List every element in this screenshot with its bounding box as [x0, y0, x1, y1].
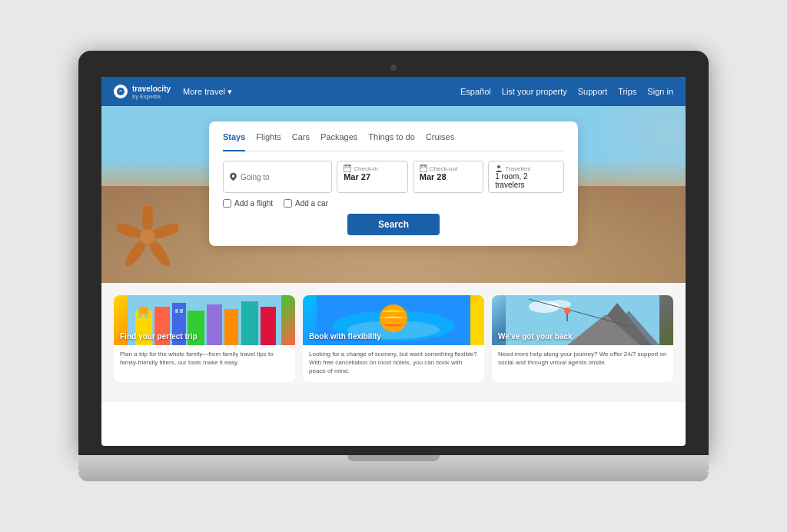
card-perfect-trip: Find your perfect trip Plan a trip for t…: [114, 295, 295, 382]
card-img-colorful: Find your perfect trip: [114, 295, 295, 345]
search-btn-container: Search: [223, 214, 564, 235]
svg-point-6: [140, 229, 155, 244]
screen: travelocity by Expedia More travel ▾ Esp…: [101, 77, 686, 446]
starfish-decoration: [117, 206, 178, 268]
feature-cards-row: Find your perfect trip Plan a trip for t…: [114, 295, 673, 382]
svg-rect-29: [175, 309, 178, 313]
add-car-checkbox[interactable]: Add a car: [284, 199, 328, 208]
nav-right-links: Español List your property Support Trips…: [460, 87, 673, 96]
logo-sub: by Expedia: [132, 94, 171, 99]
card-support: We've got your back Need more help along…: [492, 295, 673, 382]
tab-packages[interactable]: Packages: [320, 132, 357, 145]
destination-input[interactable]: [241, 173, 325, 181]
svg-rect-12: [420, 165, 427, 172]
travelers-field[interactable]: Travelers 1 room, 2 travelers: [488, 161, 564, 193]
laptop-foot: [78, 472, 709, 481]
search-checkboxes: Add a flight Add a car: [223, 199, 564, 208]
card-1-desc: Plan a trip for the whole family—from fa…: [120, 350, 289, 367]
card-flexibility: Book with flexibility Looking for a chan…: [303, 295, 484, 382]
checkout-label: Check-out: [430, 165, 457, 172]
search-card: Stays Flights Cars Packages Things to do…: [209, 121, 578, 246]
travelers-value: 1 room, 2 travelers: [495, 172, 557, 189]
travelers-label: Travelers: [505, 165, 530, 172]
svg-rect-26: [261, 307, 276, 345]
svg-rect-23: [207, 304, 222, 345]
navbar: travelocity by Expedia More travel ▾ Esp…: [101, 77, 686, 106]
nav-list-property[interactable]: List your property: [502, 87, 567, 96]
checkin-label: Check-in: [354, 165, 378, 172]
card-2-desc: Looking for a change of scenery, but wan…: [309, 350, 478, 376]
svg-rect-27: [138, 314, 142, 318]
svg-rect-28: [144, 314, 148, 318]
screen-bezel: travelocity by Expedia More travel ▾ Esp…: [78, 51, 709, 455]
nav-trips[interactable]: Trips: [618, 87, 636, 96]
calendar-icon-2: [420, 165, 427, 172]
laptop-base: [78, 455, 709, 472]
nav-signin[interactable]: Sign in: [647, 87, 673, 96]
checkout-field[interactable]: Check-out Mar 28: [413, 161, 484, 193]
tab-flights[interactable]: Flights: [256, 132, 281, 145]
card-1-title: Find your perfect trip: [120, 332, 198, 341]
chevron-down-icon: ▾: [227, 87, 232, 97]
calendar-icon: [344, 165, 351, 172]
svg-point-0: [117, 88, 125, 95]
search-tabs: Stays Flights Cars Packages Things to do…: [223, 132, 564, 151]
checkin-field[interactable]: Check-in Mar 27: [337, 161, 408, 193]
card-1-body: Plan a trip for the whole family—from fa…: [114, 345, 295, 373]
svg-rect-30: [180, 309, 183, 313]
search-fields: Check-in Mar 27: [223, 161, 564, 193]
card-3-desc: Need more help along your journey? We of…: [498, 350, 667, 367]
add-car-label: Add a car: [295, 199, 328, 208]
card-img-pool: Book with flexibility: [303, 295, 484, 345]
add-flight-label: Add a flight: [234, 199, 273, 208]
svg-rect-25: [241, 301, 258, 345]
tab-things-to-do[interactable]: Things to do: [368, 132, 415, 145]
card-3-title: We've got your back: [498, 332, 573, 341]
card-2-body: Looking for a change of scenery, but wan…: [303, 345, 484, 382]
laptop-container: travelocity by Expedia More travel ▾ Esp…: [78, 51, 709, 481]
add-flight-input[interactable]: [223, 199, 231, 208]
checkin-value: Mar 27: [344, 172, 401, 181]
search-button[interactable]: Search: [347, 214, 440, 235]
tab-cruises[interactable]: Cruises: [426, 132, 454, 145]
destination-field[interactable]: [223, 161, 332, 193]
card-3-body: Need more help along your journey? We of…: [492, 345, 673, 373]
tab-cars[interactable]: Cars: [292, 132, 310, 145]
checkout-value: Mar 28: [420, 172, 477, 181]
add-flight-checkbox[interactable]: Add a flight: [223, 199, 273, 208]
svg-rect-24: [224, 309, 238, 345]
camera: [390, 65, 397, 71]
card-2-title: Book with flexibility: [309, 332, 381, 341]
add-car-input[interactable]: [284, 199, 292, 208]
card-img-rock: We've got your back: [492, 295, 673, 345]
logo-icon: [114, 85, 128, 98]
logo-name: travelocity: [132, 85, 171, 94]
nav-support[interactable]: Support: [578, 87, 608, 96]
svg-rect-19: [139, 307, 148, 314]
more-travel-button[interactable]: More travel ▾: [183, 87, 232, 97]
svg-rect-8: [344, 165, 351, 172]
pin-icon: [230, 172, 237, 181]
svg-point-42: [564, 308, 570, 314]
cards-section: Find your perfect trip Plan a trip for t…: [101, 283, 686, 402]
person-icon: [495, 165, 503, 172]
hero-section: Stays Flights Cars Packages Things to do…: [101, 106, 686, 283]
logo: travelocity by Expedia: [114, 85, 171, 99]
more-travel-label: More travel: [183, 87, 225, 96]
svg-point-7: [232, 175, 235, 178]
svg-point-16: [497, 165, 500, 168]
nav-espanol[interactable]: Español: [460, 87, 491, 96]
tab-stays[interactable]: Stays: [223, 132, 245, 151]
